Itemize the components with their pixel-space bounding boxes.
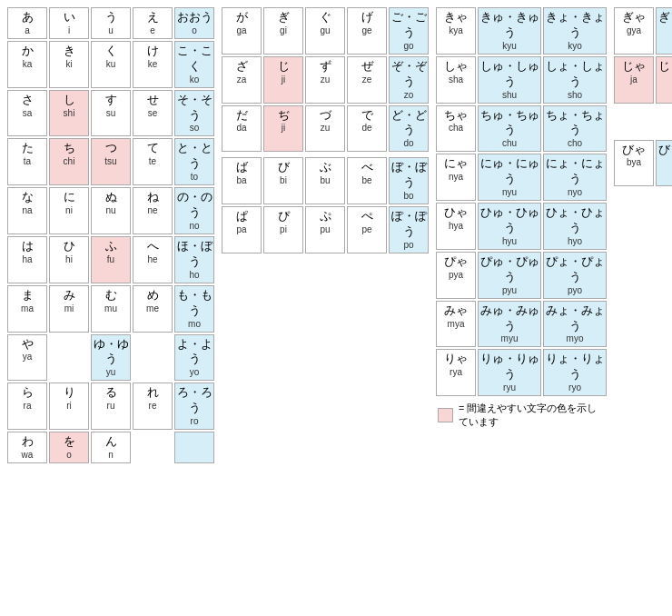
row-wa: わ wa を o ん n <box>7 432 214 463</box>
cell-mu: む mu <box>91 285 131 333</box>
row-ha: は ha ひ hi ふ fu へ he ほ・ぼう ho <box>7 236 214 283</box>
row-ra: ら ra り ri る ru れ re ろ・ろう ro <box>7 383 214 430</box>
cell-kyu: きゅ・きゅう kyu <box>478 7 541 55</box>
cell-ku: く ku <box>91 41 131 88</box>
cell-myu: みゅ・みゅう myu <box>478 301 541 348</box>
cell-ro: ろ・ろう ro <box>174 383 214 430</box>
cell-nu: ぬ nu <box>91 187 131 234</box>
cell-rya: りゃ rya <box>436 349 476 396</box>
cell-shu: しゅ・しゅう shu <box>478 56 541 104</box>
cell-ji-za: じ ji <box>263 56 303 104</box>
row-ma: ま ma み mi む mu め me も・もう mo <box>7 285 214 333</box>
basic-hiragana-section: あ a い i う u え e おおう o か ka <box>7 7 214 463</box>
cell-pe: ぺ pe <box>347 206 387 253</box>
cell-no: の・のう no <box>174 187 214 234</box>
row-da: だ da ぢ ji づ zu で de ど・どう do <box>222 105 429 153</box>
cell-ba: ば ba <box>222 157 262 204</box>
combo-section: きゃ kya きゅ・きゅう kyu きょ・きょう kyo しゃ sha しゅ・し… <box>436 7 607 463</box>
cell-pya: ぴゃ pya <box>436 252 476 299</box>
cell-tsu: つ tsu <box>91 138 131 185</box>
cell-di: ぢ ji <box>263 105 303 153</box>
cell-e: え e <box>133 7 173 39</box>
cell-ki: き ki <box>49 41 89 88</box>
cell-mya: みゃ mya <box>436 301 476 348</box>
cell-ho: ほ・ぼう ho <box>174 236 214 283</box>
cell-n: ん n <box>91 432 131 463</box>
cell-ma: ま ma <box>7 285 47 333</box>
cell-gya: ぎゃ gya <box>614 7 654 55</box>
row-pya: ぴゃ pya ぴゅ・ぴゅう pyu ぴょ・ぴょう pyo <box>436 252 607 299</box>
row-mya: みゃ mya みゅ・みゅう myu みょ・みょう myo <box>436 301 607 348</box>
cell-du: づ zu <box>305 105 345 153</box>
legend-pink-box <box>438 408 453 422</box>
cell-ni: に ni <box>49 187 89 234</box>
row-za: ざ za じ ji ず zu ぜ ze ぞ・ぞう zo <box>222 56 429 104</box>
cell-bi: び bi <box>263 157 303 204</box>
row-pa: ぱ pa ぴ pi ぷ pu ぺ pe ぽ・ぽう po <box>222 206 429 253</box>
cell-byu: びゅ・びゅう byu <box>656 140 672 187</box>
row-a: あ a い i う u え e おおう o <box>7 7 214 39</box>
row-hya: ひゃ hya ひゅ・ひゅう hyu ひょ・ひょう hyo <box>436 203 607 250</box>
row-sa: さ sa し shi す su せ se そ・そう so <box>7 90 214 137</box>
cell-ryo: りょ・りょう ryo <box>543 349 607 396</box>
cell-nyo: にょ・にょう nyo <box>543 154 607 201</box>
cell-pu: ぷ pu <box>305 206 345 253</box>
cell-empty-ya2 <box>133 334 173 382</box>
cell-za: ざ za <box>222 56 262 104</box>
cell-ta: た ta <box>7 138 47 185</box>
row-ga: が ga ぎ gi ぐ gu げ ge ご・ごう go <box>222 7 429 55</box>
cell-hyu: ひゅ・ひゅう hyu <box>478 203 541 250</box>
cell-ha: は ha <box>7 236 47 283</box>
cell-i: い i <box>49 7 89 39</box>
cell-nya: にゃ nya <box>436 154 476 201</box>
cell-empty-wa1 <box>133 432 173 463</box>
row-rya: りゃ rya りゅ・りゅう ryu りょ・りょう ryo <box>436 349 607 396</box>
cell-sa: さ sa <box>7 90 47 137</box>
cell-re: れ re <box>133 383 173 430</box>
row-bya: びゃ bya びゅ・びゅう byu びょ・びょう byo <box>614 140 672 187</box>
cell-go: ご・ごう go <box>389 7 429 55</box>
cell-ra: ら ra <box>7 383 47 430</box>
cell-u: う u <box>91 7 131 39</box>
cell-ke: け ke <box>133 41 173 88</box>
cell-gi: ぎ gi <box>263 7 303 55</box>
cell-pi: ぴ pi <box>263 206 303 253</box>
cell-ka: か ka <box>7 41 47 88</box>
cell-ryu: りゅ・りゅう ryu <box>478 349 541 396</box>
cell-a: あ a <box>7 7 47 39</box>
cell-pyo: ぴょ・ぴょう pyo <box>543 252 607 299</box>
spacer-gya <box>614 105 672 138</box>
cell-bo: ぼ・ぼう bo <box>389 157 429 204</box>
cell-ze: ぜ ze <box>347 56 387 104</box>
cell-mi: み mi <box>49 285 89 333</box>
cell-mo: も・もう mo <box>174 285 214 333</box>
cell-ko: こ・こく ko <box>174 41 214 88</box>
cell-empty-wa2 <box>174 432 214 463</box>
cell-gyu: ぎゅ・ぎゅう gyu <box>656 7 672 55</box>
cell-cho: ちょ・ちょう cho <box>543 105 607 153</box>
cell-me: め me <box>133 285 173 333</box>
row-ta: た ta ち chi つ tsu て te と・とう to <box>7 138 214 185</box>
cell-chi: ち chi <box>49 138 89 185</box>
cell-da: だ da <box>222 105 262 153</box>
row-kya: きゃ kya きゅ・きゅう kyu きょ・きょう kyo <box>436 7 607 55</box>
cell-ja: じゃ ja <box>614 56 654 104</box>
row-gya: ぎゃ gya ぎゅ・ぎゅう gyu ぎょ・ぎょう gyo <box>614 7 672 55</box>
cell-gu: ぐ gu <box>305 7 345 55</box>
cell-be: べ be <box>347 157 387 204</box>
cell-nyu: にゅ・にゅう nyu <box>478 154 541 201</box>
cell-po: ぽ・ぽう po <box>389 206 429 253</box>
dakuten-section: が ga ぎ gi ぐ gu げ ge ご・ごう go ざ <box>222 7 429 463</box>
cell-ya: や ya <box>7 334 47 382</box>
cell-wo: を o <box>49 432 89 463</box>
cell-so: そ・そう so <box>174 90 214 137</box>
cell-chu: ちゅ・ちゅう chu <box>478 105 541 153</box>
row-ka: か ka き ki く ku け ke こ・こく ko <box>7 41 214 88</box>
cell-kyo: きょ・きょう kyo <box>543 7 607 55</box>
cell-yo: よ・よう yo <box>174 334 214 382</box>
cell-cha: ちゃ cha <box>436 105 476 153</box>
cell-su: す su <box>91 90 131 137</box>
cell-fu: ふ fu <box>91 236 131 283</box>
spacer1 <box>222 154 429 155</box>
row-cha: ちゃ cha ちゅ・ちゅう chu ちょ・ちょう cho <box>436 105 607 153</box>
